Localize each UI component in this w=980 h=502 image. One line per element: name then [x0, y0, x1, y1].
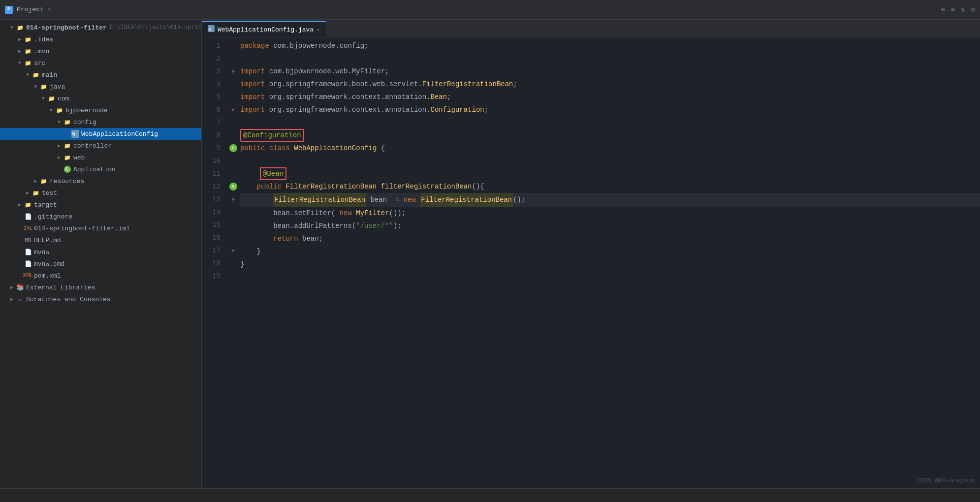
folder-icon-java: 📁: [39, 83, 48, 91]
sidebar-item-mvnwcmd[interactable]: 📄 mvnw.cmd: [0, 258, 201, 270]
tree-arrow-java: [32, 84, 39, 90]
tree-arrow-ext-libs: [8, 284, 16, 290]
sidebar-label-pomxml: pom.xml: [34, 272, 61, 280]
sidebar-item-root-label: 014-springboot-filter: [26, 24, 107, 31]
code-area[interactable]: package com.bjpowernode.config; import c…: [240, 37, 980, 488]
sidebar-label-scratches: Scratches and Consoles: [26, 296, 111, 303]
sidebar-label-ext-libs: External Libraries: [26, 284, 95, 291]
sidebar-item-target[interactable]: 📁 target: [0, 199, 201, 211]
sidebar-item-com[interactable]: 📁 com: [0, 93, 201, 104]
sidebar-item-java[interactable]: 📁 java: [0, 81, 201, 93]
code-line-11: @Bean: [240, 167, 980, 180]
sidebar-label-iml: 014-springboot-filter.iml: [34, 225, 130, 232]
sidebar-item-root-path: E:\IDEA\Projects\014-springboo: [110, 24, 202, 31]
tree-arrow-controller: [55, 143, 63, 149]
tab-icon: W: [208, 25, 215, 34]
sidebar-item-mvn[interactable]: 📁 .mvn: [0, 45, 201, 57]
code-line-5: import org.springframework.context.annot…: [240, 91, 980, 103]
sidebar-item-root[interactable]: 📁 014-springboot-filter E:\IDEA\Projects…: [0, 22, 201, 33]
code-line-2: [240, 52, 980, 65]
file-icon-mvnwcmd: 📄: [24, 260, 32, 268]
watermark: CSDN @KK-Greyson: [917, 477, 974, 484]
code-line-19: [240, 271, 980, 283]
tree-arrow-resources: [32, 178, 39, 184]
tab-close-button[interactable]: ✕: [316, 27, 320, 33]
code-line-10: [240, 155, 980, 167]
project-label[interactable]: Project: [17, 6, 44, 13]
sidebar-label-test: test: [42, 189, 57, 197]
file-icon-mvnw: 📄: [24, 248, 32, 256]
sidebar-item-resources[interactable]: 📁 resources: [0, 175, 201, 187]
main-layout: 📁 014-springboot-filter E:\IDEA\Projects…: [0, 20, 980, 488]
code-line-17: }: [240, 245, 980, 258]
file-icon-application: A: [63, 165, 72, 173]
folder-icon-test: 📁: [32, 189, 40, 197]
tree-arrow-test: [24, 190, 32, 196]
folder-icon-target: 📁: [24, 201, 32, 209]
folder-icon-mvn: 📁: [24, 47, 32, 55]
gear-icon[interactable]: ⚙: [971, 5, 975, 14]
sidebar-item-iml[interactable]: IML 014-springboot-filter.iml: [0, 222, 201, 234]
sidebar-label-helpmd: HELP.md: [34, 237, 61, 244]
list-icon[interactable]: ≡: [951, 6, 955, 14]
sidebar-item-web[interactable]: 📁 web: [0, 152, 201, 163]
editor-tab-webappconfig[interactable]: W WebApplicationConfig.java ✕: [202, 21, 326, 37]
sidebar-label-web: web: [73, 154, 85, 161]
code-line-7: [240, 116, 980, 129]
code-line-16: return bean;: [240, 232, 980, 245]
sidebar-label-webappconfig: WebApplicationConfig: [81, 130, 158, 138]
sidebar-label-target: target: [34, 201, 57, 209]
sidebar-label-mvnwcmd: mvnw.cmd: [34, 260, 64, 268]
sidebar-item-mvnw[interactable]: 📄 mvnw: [0, 246, 201, 258]
sidebar-item-src[interactable]: 📁 src: [0, 57, 201, 69]
sidebar-label-controller: controller: [73, 142, 112, 150]
sidebar-item-pomxml[interactable]: XML pom.xml: [0, 270, 201, 282]
globe-icon[interactable]: ⊕: [941, 5, 945, 14]
folder-icon-resources: 📁: [39, 177, 48, 185]
tab-label: WebApplicationConfig.java: [218, 26, 314, 33]
folder-icon-main: 📁: [32, 71, 40, 79]
tree-arrow-main: [24, 72, 32, 78]
sidebar-item-scratches[interactable]: ✏ Scratches and Consoles: [0, 293, 201, 305]
sidebar-item-helpmd[interactable]: MD HELP.md: [0, 234, 201, 246]
code-line-3: import com.bjpowernode.web.MyFilter;: [240, 65, 980, 78]
file-icon-helpmd: MD: [24, 236, 32, 244]
sidebar-label-com: com: [58, 95, 69, 102]
sidebar-item-application[interactable]: A Application: [0, 163, 201, 175]
tree-arrow-target: [16, 202, 24, 208]
code-line-8: @Configuration: [240, 129, 980, 142]
folder-icon-web: 📁: [63, 154, 72, 161]
folder-icon-src: 📁: [24, 59, 32, 67]
sidebar-item-controller[interactable]: 📁 controller: [0, 140, 201, 152]
gutter: ▶ ▶ S S ▶: [226, 37, 240, 488]
sidebar-label-bjpowernode: bjpowernode: [65, 107, 108, 114]
title-bar: P Project ▾ ⊕ ≡ ⇅ ⚙: [0, 0, 980, 20]
file-icon-ext-libs: 📚: [16, 283, 25, 291]
tab-bar: W WebApplicationConfig.java ✕: [202, 20, 980, 37]
sidebar-item-external-libs[interactable]: 📚 External Libraries: [0, 282, 201, 293]
svg-text:A: A: [65, 167, 68, 172]
svg-text:W: W: [209, 27, 211, 31]
tree-arrow-mvn: [16, 48, 24, 54]
code-line-15: bean.addUrlPatterns("/user/*");: [240, 220, 980, 232]
sidebar-label-gitignore: .gitignore: [34, 213, 72, 220]
code-line-4: import org.springframework.boot.web.serv…: [240, 78, 980, 91]
sort-icon[interactable]: ⇅: [961, 5, 965, 14]
svg-text:W: W: [72, 132, 75, 137]
tree-arrow-root: [8, 25, 16, 31]
sidebar-item-idea[interactable]: 📁 .idea: [0, 33, 201, 45]
sidebar-label-mvnw: mvnw: [34, 249, 49, 256]
sidebar-item-config[interactable]: 📁 config: [0, 116, 201, 128]
tree-arrow-com: [39, 96, 47, 101]
folder-icon: 📁: [16, 24, 25, 31]
editor-content[interactable]: 12345 678910 1112131415 16171819 ▶ ▶: [202, 37, 980, 488]
sidebar-item-gitignore[interactable]: 📄 .gitignore: [0, 211, 201, 222]
sidebar-item-webappconfig[interactable]: W WebApplicationConfig: [0, 128, 201, 140]
sidebar-item-test[interactable]: 📁 test: [0, 187, 201, 199]
sidebar-item-bjpowernode[interactable]: 📁 bjpowernode: [0, 104, 201, 116]
dropdown-icon[interactable]: ▾: [48, 6, 51, 13]
sidebar-item-main[interactable]: 📁 main: [0, 69, 201, 81]
tree-arrow-idea: [16, 36, 24, 42]
sidebar-label-resources: resources: [50, 178, 84, 185]
file-icon-gitignore: 📄: [24, 213, 32, 220]
